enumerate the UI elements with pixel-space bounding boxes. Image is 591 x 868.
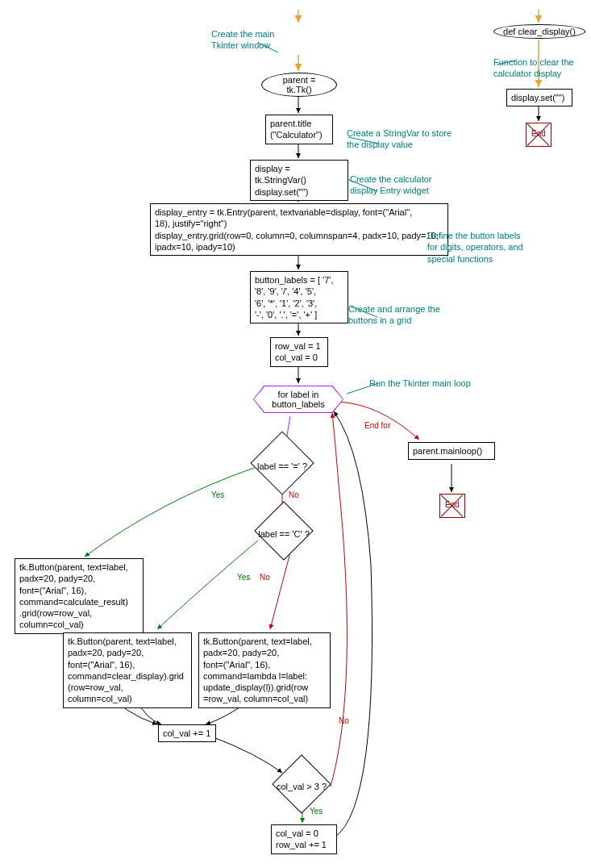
- node-btn-clear: tk.Button(parent, text=label,padx=20, pa…: [63, 632, 192, 708]
- node-side-display-set: display.set(""): [506, 89, 572, 106]
- svg-line-10: [270, 553, 290, 629]
- node-label-eq: label == '=' ?: [252, 461, 313, 471]
- node-for-loop: for label inbutton_labels: [253, 386, 343, 413]
- node-label-c: label == 'C' ?: [253, 529, 314, 539]
- edge-eq-yes: Yes: [211, 490, 224, 499]
- node-def-clear: def clear_display(): [493, 24, 585, 39]
- node-parent-tk: parent = tk.Tk(): [261, 73, 337, 97]
- node-reset-col: col_val = 0row_val += 1: [271, 824, 337, 854]
- edge-eq-no: No: [289, 490, 299, 499]
- node-end-side: End: [526, 123, 551, 147]
- node-btn-calc: tk.Button(parent, text=label,padx=20, pa…: [15, 558, 144, 634]
- node-button-labels: button_labels = [ '7','8', '9', '/', '4'…: [250, 271, 348, 323]
- comment-entry: Create the calculatordisplay Entry widge…: [350, 173, 432, 197]
- node-end-main: End: [439, 494, 465, 518]
- node-row-col-init: row_val = 1col_val = 0: [270, 337, 328, 367]
- comment-clear-func: Function to clear thecalculator display: [493, 56, 574, 80]
- comment-button-labels: Define the button labelsfor digits, oper…: [427, 230, 523, 265]
- comment-main-window: Create the mainTkinter window: [211, 28, 274, 52]
- node-parent-title: parent.title("Calculator"): [265, 115, 333, 144]
- edge-c-no: No: [260, 573, 270, 582]
- node-mainloop: parent.mainloop(): [408, 442, 495, 460]
- node-btn-update: tk.Button(parent, text=label,padx=20, pa…: [198, 632, 331, 708]
- node-display-set: display = tk.StringVar()display.set(""): [250, 160, 348, 201]
- node-col-inc: col_val += 1: [158, 724, 216, 742]
- node-col-gt3: col_val > 3 ?: [271, 782, 332, 791]
- node-display-entry: display_entry = tk.Entry(parent, textvar…: [150, 203, 448, 256]
- edge-endfor: End for: [364, 421, 390, 430]
- edge-gt3-yes: Yes: [310, 807, 323, 816]
- comment-mainloop: Run the Tkinter main loop: [369, 378, 471, 389]
- comment-stringvar: Create a StringVar to storethe display v…: [347, 127, 452, 151]
- edge-gt3-no: No: [339, 716, 349, 725]
- comment-arrange: Create and arrange thebuttons in a grid: [348, 303, 440, 327]
- edge-c-yes: Yes: [237, 573, 250, 582]
